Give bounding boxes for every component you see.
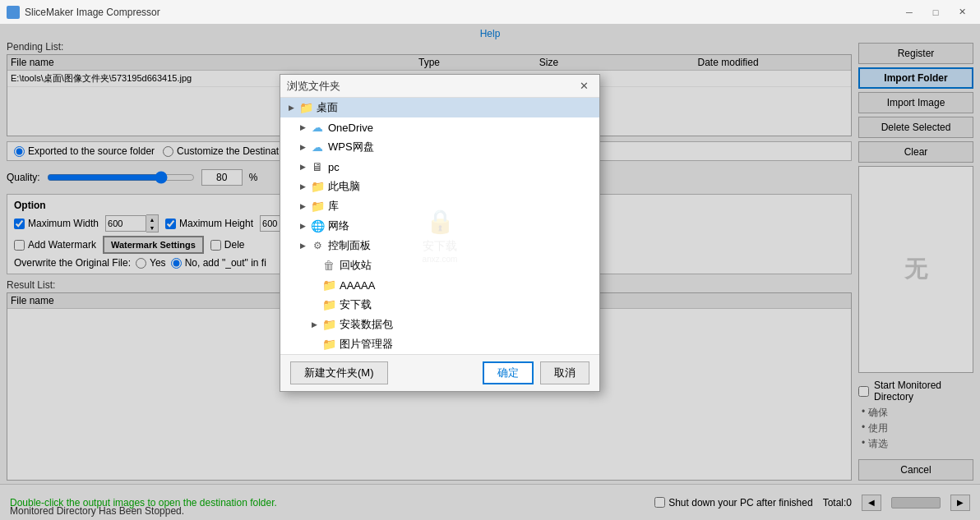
expand-arrow-onedrive[interactable]: ▶	[297, 122, 308, 133]
recycle-icon: 🗑	[321, 260, 336, 271]
tree-label-anxz: 安下载	[340, 297, 372, 312]
tree-item-library[interactable]: ▶ 📁 库	[280, 196, 599, 216]
window-controls: ─ □ ✕	[898, 4, 973, 21]
maximize-button[interactable]: □	[924, 4, 947, 21]
expand-arrow-install-pkg[interactable]: ▶	[308, 319, 320, 330]
folder-icon-library: 📁	[310, 200, 325, 212]
close-button[interactable]: ✕	[950, 4, 973, 21]
dialog-footer-right: 确定 取消	[483, 361, 589, 384]
tree-item-aaaaa[interactable]: ▶ 📁 AAAAA	[280, 275, 599, 295]
pc-icon: 🖥	[310, 161, 325, 173]
tree-item-imgmgr[interactable]: ▶ 📁 图片管理器	[280, 334, 599, 354]
folder-icon-mypc: 📁	[310, 181, 325, 192]
tree-item-controlpanel[interactable]: ▶ ⚙ 控制面板	[280, 236, 599, 255]
folder-icon-anxz: 📁	[321, 299, 336, 311]
tree-item-mypc[interactable]: ▶ 📁 此电脑	[280, 177, 599, 196]
tree-label-network: 网络	[328, 219, 349, 233]
tree-item-onedrive[interactable]: ▶ ☁ OneDrive	[280, 117, 599, 137]
dialog-footer: 新建文件夹(M) 确定 取消	[280, 354, 599, 391]
tree-item-recycle[interactable]: ▶ 🗑 回收站	[280, 255, 599, 275]
folder-icon-desktop: 📁	[298, 102, 313, 113]
app-title: SliceMaker Image Compressor	[25, 7, 898, 18]
tree-label-install-pkg: 安装数据包	[340, 317, 393, 332]
expand-arrow-network[interactable]: ▶	[297, 220, 308, 232]
dialog-overlay: 浏览文件夹 ✕ 🔒 安下载 anxz.com	[0, 25, 980, 520]
dialog-content: 🔒 安下载 anxz.com ▶ 📁 桌面	[280, 98, 599, 354]
tree-label-recycle: 回收站	[340, 258, 372, 273]
expand-arrow-pc[interactable]: ▶	[297, 161, 308, 173]
folder-icon-imgmgr: 📁	[321, 338, 336, 350]
dialog-footer-left: 新建文件夹(M)	[290, 361, 388, 384]
main-window: Help Pending List: File name Type Size D…	[0, 25, 980, 520]
browse-folder-dialog: 浏览文件夹 ✕ 🔒 安下载 anxz.com	[280, 74, 600, 392]
dialog-tree-wrapper: ▶ 📁 桌面 ▶ ☁ OneDrive ▶	[280, 98, 599, 354]
expand-arrow-library[interactable]: ▶	[297, 200, 308, 212]
expand-arrow-wps[interactable]: ▶	[297, 141, 308, 153]
cloud-icon-wps: ☁	[310, 141, 325, 153]
tree-label-desktop: 桌面	[317, 100, 338, 115]
title-bar: SliceMaker Image Compressor ─ □ ✕	[0, 0, 980, 25]
tree-label-onedrive: OneDrive	[328, 122, 373, 134]
dialog-title: 浏览文件夹	[287, 79, 575, 94]
tree-label-controlpanel: 控制面板	[328, 238, 371, 253]
expand-arrow-desktop[interactable]: ▶	[285, 102, 297, 113]
folder-icon-install-pkg: 📁	[321, 319, 336, 330]
tree-item-pc[interactable]: ▶ 🖥 pc	[280, 157, 599, 177]
tree-label-aaaaa: AAAAA	[340, 279, 375, 292]
tree-item-anxz[interactable]: ▶ 📁 安下载	[280, 295, 599, 315]
tree-label-library: 库	[328, 199, 339, 214]
tree-label-mypc: 此电脑	[328, 179, 360, 194]
control-icon: ⚙	[310, 240, 325, 251]
expand-arrow-mypc[interactable]: ▶	[297, 181, 308, 192]
network-icon: 🌐	[310, 220, 325, 232]
tree-item-desktop[interactable]: ▶ 📁 桌面	[280, 98, 599, 117]
tree-item-wps[interactable]: ▶ ☁ WPS网盘	[280, 137, 599, 157]
folder-icon-aaaaa: 📁	[321, 279, 336, 291]
tree-label-wps: WPS网盘	[328, 140, 374, 154]
dialog-titlebar: 浏览文件夹 ✕	[280, 75, 599, 98]
app-icon	[7, 6, 20, 19]
cloud-icon-onedrive: ☁	[310, 122, 325, 133]
tree-label-pc: pc	[328, 161, 340, 173]
new-folder-button[interactable]: 新建文件夹(M)	[290, 361, 388, 384]
tree-view[interactable]: ▶ 📁 桌面 ▶ ☁ OneDrive ▶	[280, 98, 599, 354]
tree-item-install-pkg[interactable]: ▶ 📁 安装数据包	[280, 315, 599, 334]
dialog-confirm-button[interactable]: 确定	[483, 361, 534, 384]
dialog-cancel-button[interactable]: 取消	[540, 361, 589, 384]
minimize-button[interactable]: ─	[898, 4, 921, 21]
tree-item-network[interactable]: ▶ 🌐 网络	[280, 216, 599, 236]
tree-label-imgmgr: 图片管理器	[340, 337, 393, 352]
dialog-close-button[interactable]: ✕	[575, 78, 593, 94]
expand-arrow-controlpanel[interactable]: ▶	[297, 240, 308, 251]
